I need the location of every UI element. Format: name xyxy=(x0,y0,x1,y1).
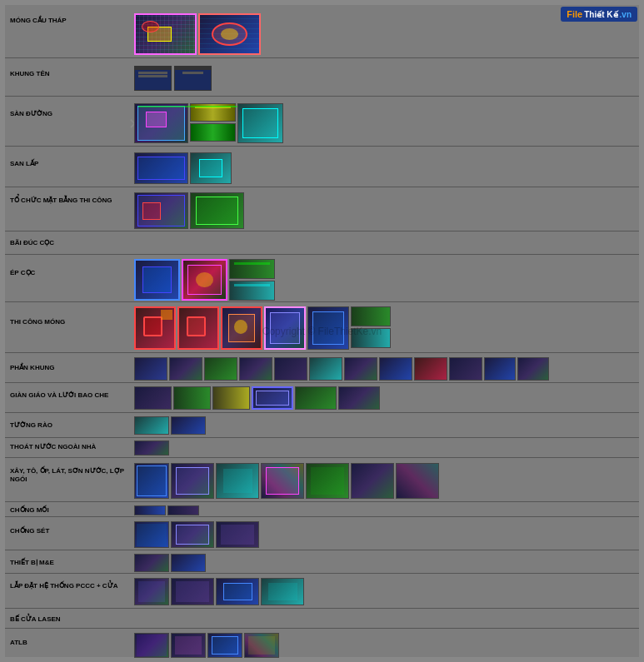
logo-thiet-ke: Thiết Kế xyxy=(584,10,617,19)
thumb[interactable] xyxy=(338,386,380,410)
thumb[interactable] xyxy=(134,386,172,410)
thumbs-thoat-nuoc xyxy=(134,441,169,455)
thumb[interactable] xyxy=(344,357,377,381)
thumb[interactable] xyxy=(295,386,337,410)
label-bai-duc-coc: BÃI ĐÚC CỌC xyxy=(10,239,131,246)
thumb[interactable] xyxy=(239,357,272,381)
row-thiet-bi-me: THIẾT BỊ M&E xyxy=(5,552,639,574)
thumb[interactable] xyxy=(212,386,250,410)
label-lap-dat: LẮP ĐẶT HỆ THỐNG PCCC + CỬA xyxy=(10,582,131,590)
thumb[interactable] xyxy=(134,192,188,229)
thumb[interactable] xyxy=(134,578,169,605)
row-xay-to-op: XÂY, TÔ, ỐP, LÁT, SƠN NƯỚC, LỢP NGÓI xyxy=(5,460,639,502)
thumb[interactable] xyxy=(306,463,349,499)
thumb[interactable] xyxy=(351,328,391,348)
thumbs-san-duong xyxy=(134,103,283,143)
row-gian-giao: GIÀN GIÁO VÀ LƯỚI BAO CHE xyxy=(5,385,639,413)
label-atlb: ATLB xyxy=(10,639,131,646)
thumb[interactable] xyxy=(379,357,412,381)
thumb[interactable] xyxy=(517,357,549,381)
thumb[interactable] xyxy=(171,416,206,435)
thumb[interactable] xyxy=(198,13,261,55)
label-xay-to-op: XÂY, TÔ, ỐP, LÁT, SƠN NƯỚC, LỢP NGÓI xyxy=(10,467,131,485)
thumb[interactable] xyxy=(261,578,304,605)
thumb[interactable] xyxy=(134,521,169,548)
thumb[interactable] xyxy=(484,357,516,381)
label-chong-moi: CHỐNG MỐI xyxy=(10,506,131,514)
thumbs-xay-to-op xyxy=(134,463,439,499)
thumb[interactable] xyxy=(351,463,394,499)
thumb[interactable] xyxy=(134,633,169,658)
row-khung-ten: KHUNG TÊN xyxy=(5,62,639,97)
thumb[interactable] xyxy=(171,521,214,548)
thumb[interactable] xyxy=(134,13,197,55)
thumb[interactable] xyxy=(449,357,482,381)
thumb[interactable] xyxy=(244,633,279,658)
thumb[interactable] xyxy=(169,357,202,381)
logo-badge[interactable]: File Thiết Kế .vn xyxy=(561,7,637,22)
thumb[interactable] xyxy=(252,386,293,410)
label-san-duong: SÀN ĐƯỜNG xyxy=(10,110,131,117)
row-san-duong: SÀN ĐƯỜNG ✕ xyxy=(5,100,639,147)
row-phan-khung: PHẦN KHUNG xyxy=(5,356,639,383)
thumb[interactable] xyxy=(414,357,447,381)
thumb[interactable] xyxy=(174,66,212,91)
label-phan-khung: PHẦN KHUNG xyxy=(10,364,131,371)
thumb[interactable] xyxy=(216,578,259,605)
label-gian-giao: GIÀN GIÁO VÀ LƯỚI BAO CHE xyxy=(10,391,131,400)
thumb[interactable] xyxy=(171,554,206,572)
content-area: MÓNG CẦU THÁP KHUNG TÊN xyxy=(5,5,639,657)
thumb[interactable] xyxy=(134,103,188,143)
thumb[interactable] xyxy=(274,357,307,381)
thumb[interactable] xyxy=(204,357,237,381)
thumb[interactable] xyxy=(134,357,167,381)
thumbs-atlb xyxy=(134,633,279,658)
thumb[interactable] xyxy=(173,386,211,410)
thumbs-ep-coc xyxy=(134,259,275,301)
thumb[interactable] xyxy=(134,152,188,184)
thumbs-khung-ten xyxy=(134,66,212,91)
thumb[interactable] xyxy=(229,259,275,279)
thumb[interactable] xyxy=(229,281,275,301)
thumb[interactable] xyxy=(177,306,219,350)
thumb[interactable] xyxy=(190,192,244,229)
row-chong-set: CHỐNG SÉT xyxy=(5,519,639,550)
thumb[interactable] xyxy=(216,463,259,499)
thumb[interactable] xyxy=(134,306,176,350)
label-to-chuc: TỔ CHỨC MẶT BẰNG THI CÔNG xyxy=(10,197,131,205)
thumb[interactable] xyxy=(134,66,172,91)
thumb[interactable] xyxy=(190,152,232,184)
thumb[interactable] xyxy=(134,441,169,455)
thumb[interactable] xyxy=(182,259,227,301)
thumb[interactable] xyxy=(307,306,349,350)
thumb[interactable] xyxy=(171,633,206,658)
row-bai-duc-coc: BÃI ĐÚC CỌC xyxy=(5,234,639,255)
thumb[interactable] xyxy=(351,306,391,326)
thumb[interactable] xyxy=(221,306,262,350)
thumbs-tuong-rao xyxy=(134,416,206,435)
thumb[interactable] xyxy=(190,123,236,142)
thumb[interactable] xyxy=(134,463,169,499)
thumbs-thiet-bi-me xyxy=(134,554,206,572)
thumb[interactable] xyxy=(396,463,439,499)
row-to-chuc-mat-bang: TỔ CHỨC MẶT BẰNG THI CÔNG xyxy=(5,190,639,231)
thumb[interactable] xyxy=(171,463,214,499)
thumb[interactable] xyxy=(261,463,304,499)
thumb[interactable] xyxy=(207,633,242,658)
logo-file: File xyxy=(567,9,582,19)
thumbs-chong-moi xyxy=(134,505,199,515)
thumb[interactable] xyxy=(309,357,342,381)
thumb[interactable] xyxy=(134,554,169,572)
thumb[interactable] xyxy=(134,259,180,301)
row-ep-coc: ÉP CỌC xyxy=(5,256,639,302)
thumb[interactable] xyxy=(216,521,259,548)
thumbs-mong-cau-thap xyxy=(134,13,261,55)
thumb[interactable] xyxy=(264,306,306,350)
thumb[interactable] xyxy=(171,578,214,605)
thumb[interactable] xyxy=(134,416,169,435)
row-tuong-rao: TƯỜNG RÀO xyxy=(5,415,639,438)
thumb[interactable] xyxy=(167,505,199,515)
thumb[interactable] xyxy=(134,505,166,515)
row-mong-cau-thap: MÓNG CẦU THÁP xyxy=(5,10,639,58)
thumb[interactable] xyxy=(237,103,283,143)
